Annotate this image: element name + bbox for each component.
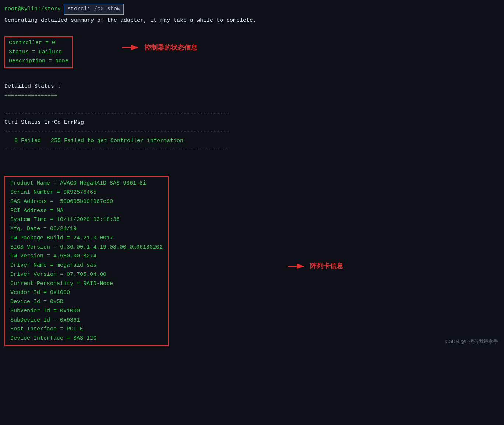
product-arrow-icon xyxy=(288,261,307,271)
product-line: Device Id = 0x5D xyxy=(10,298,163,307)
detailed-status-label: Detailed Status : xyxy=(4,82,500,91)
prompt-cmd: storcli /c0 show xyxy=(64,4,124,15)
arrow-icon xyxy=(122,42,141,53)
controller-line1: Controller = 0 xyxy=(9,39,68,48)
prompt-user: root@Kylin:/stor# xyxy=(4,5,61,14)
dashes-top: ----------------------------------------… xyxy=(4,109,500,119)
product-line: Serial Number = SK92576465 xyxy=(10,188,163,197)
product-line: Driver Version = 07.705.04.00 xyxy=(10,270,163,280)
table-row: 0 Failed 255 Failed to get Controller in… xyxy=(4,137,500,146)
product-line: Host Interface = PCI-E xyxy=(10,325,163,334)
product-line: SubDevice Id = 0x9361 xyxy=(10,316,163,325)
controller-annotation-text: 控制器的状态信息 xyxy=(144,42,197,53)
product-annotation: 阵列卡信息 xyxy=(288,261,343,271)
generating-line: Generating detailed summary of the adapt… xyxy=(4,16,500,25)
product-line: FW Package Build = 24.21.0-0017 xyxy=(10,234,163,243)
product-line: PCI Address = NA xyxy=(10,207,163,216)
controller-annotation: 控制器的状态信息 xyxy=(122,42,197,53)
product-line: BIOS Version = 6.36.00.1_4.19.08.00_0x06… xyxy=(10,243,163,252)
watermark: CSDN @IT搬砖我最拿手 xyxy=(445,338,498,345)
product-line: FW Version = 4.680.00-8274 xyxy=(10,252,163,261)
product-line: System Time = 10/11/2020 03:18:36 xyxy=(10,215,163,225)
product-line: Driver Name = megaraid_sas xyxy=(10,261,163,270)
product-line: Device Interface = SAS-12G xyxy=(10,334,163,343)
controller-line3: Description = None xyxy=(9,57,68,66)
dashes-mid: ----------------------------------------… xyxy=(4,127,500,137)
product-annotation-text: 阵列卡信息 xyxy=(310,261,343,271)
dashes-bot: ----------------------------------------… xyxy=(4,146,500,155)
controller-box: Controller = 0 Status = Failure Descript… xyxy=(4,36,73,68)
equals-bar: ================ xyxy=(4,91,500,101)
product-line: Mfg. Date = 06/24/19 xyxy=(10,225,163,234)
controller-line2: Status = Failure xyxy=(9,48,68,57)
product-line: SAS Address = 500605b00f067c90 xyxy=(10,197,163,207)
terminal: root@Kylin:/stor# storcli /c0 show Gener… xyxy=(0,0,504,350)
product-line: Product Name = AVAGO MegaRAID SAS 9361-8… xyxy=(10,179,163,188)
table-header: Ctrl Status ErrCd ErrMsg xyxy=(4,118,500,127)
product-line: SubVendor Id = 0x1000 xyxy=(10,307,163,316)
product-line: Current Personality = RAID-Mode xyxy=(10,280,163,289)
product-line: Vendor Id = 0x1000 xyxy=(10,288,163,298)
product-box: Product Name = AVAGO MegaRAID SAS 9361-8… xyxy=(4,176,169,346)
prompt-line: root@Kylin:/stor# storcli /c0 show xyxy=(4,4,500,15)
